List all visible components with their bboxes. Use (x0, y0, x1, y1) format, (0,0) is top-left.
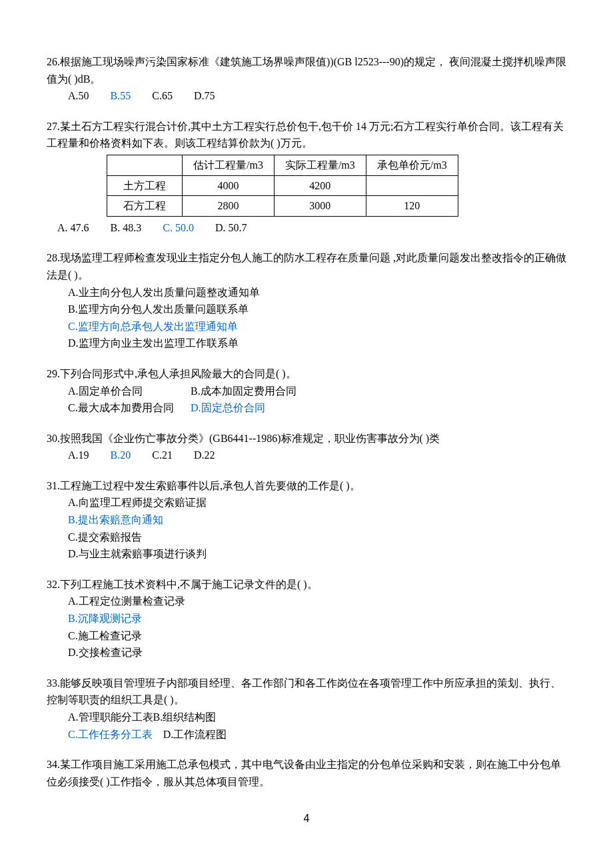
option-29-a: A.固定单价合同 (68, 383, 188, 400)
cell-earth-label: 土方工程 (107, 175, 183, 196)
option-27-d: D. 50.7 (215, 219, 247, 237)
option-29-c: C.最大成本加费用合同 (68, 399, 188, 417)
option-30-b: B.20 (111, 447, 131, 464)
question-26-stem: 26.根据施工现场噪声污染国家标准《建筑施工场界噪声限值))(GB l2523-… (47, 53, 566, 87)
question-34-stem: 34.某工作项目施工采用施工总承包模式，其中电气设备由业主指定的分包单位采购和安… (47, 756, 566, 790)
option-33-b: B.组织结构图 (153, 711, 217, 723)
question-28-stem: 28.现场监理工程师检查发现业主指定分包人施工的防水工程存在质量问题 ,对此质量… (47, 249, 566, 283)
question-27: 27.某土石方工程实行混合计价,其中土方工程实行总价包干,包干价 14 万元;石… (47, 118, 566, 237)
question-26-options: A.50 B.55 C.65 D.75 (47, 87, 566, 105)
option-33-a: A.管理职能分工表 (68, 711, 153, 723)
option-32-b: B.沉降观测记录 (68, 610, 566, 627)
question-27-options: A. 47.6 B. 48.3 C. 50.0 D. 50.7 (47, 219, 566, 237)
option-29-b: B.成本加固定费用合同 (191, 383, 297, 400)
option-27-b: B. 48.3 (111, 219, 142, 237)
option-31-b: B.提出索赔意向通知 (68, 511, 566, 529)
option-26-b: B.55 (111, 87, 131, 105)
option-26-d: D.75 (194, 87, 215, 105)
cell-rock-actual: 3000 (274, 196, 366, 217)
option-28-b: B.监理方向分包人发出质量问题联系单 (68, 301, 566, 318)
table-row: 石方工程 2800 3000 120 (107, 196, 458, 217)
option-31-a: A.向监理工程师提交索赔证据 (68, 494, 566, 511)
question-27-stem: 27.某土石方工程实行混合计价,其中土方工程实行总价包干,包干价 14 万元;石… (47, 118, 566, 152)
question-29: 29.下列合同形式中,承包人承担风险最大的合同是( )。 A.固定单价合同 B.… (47, 365, 566, 417)
question-31-stem: 31.工程施工过程中发生索赔事件以后,承包人首先要做的工作是( )。 (47, 477, 566, 495)
cell-rock-label: 石方工程 (107, 196, 183, 217)
option-27-a: A. 47.6 (57, 219, 89, 237)
option-32-c: C.施工检查记录 (68, 627, 566, 645)
option-27-c: C. 50.0 (163, 219, 194, 237)
th-blank (107, 155, 183, 175)
cell-earth-actual: 4200 (274, 175, 366, 196)
question-31-options: A.向监理工程师提交索赔证据 B.提出索赔意向通知 C.提交索赔报告 D.与业主… (47, 494, 566, 562)
option-31-d: D.与业主就索赔事项进行谈判 (68, 545, 566, 563)
question-33-options: A.管理职能分工表B.组织结构图 C.工作任务分工表 D.工作流程图 (47, 709, 566, 743)
question-30-stem: 30.按照我国《企业伤亡事故分类》(GB6441--1986)标准规定，职业伤害… (47, 430, 566, 447)
option-30-d: D.22 (194, 447, 215, 464)
option-28-a: A.业主向分包人发出质量问题整改通知单 (68, 284, 566, 301)
question-33: 33.能够反映项目管理班子内部项目经理、各工作部门和各工作岗位在各项管理工作中所… (47, 675, 566, 743)
question-28: 28.现场监理工程师检查发现业主指定分包人施工的防水工程存在质量问题 ,对此质量… (47, 249, 566, 352)
question-31: 31.工程施工过程中发生索赔事件以后,承包人首先要做的工作是( )。 A.向监理… (47, 477, 566, 563)
option-30-c: C.21 (152, 447, 173, 464)
question-28-options: A.业主向分包人发出质量问题整改通知单 B.监理方向分包人发出质量问题联系单 C… (47, 284, 566, 352)
option-26-a: A.50 (68, 87, 89, 105)
option-30-a: A.19 (68, 447, 89, 464)
option-33-d: D.工作流程图 (163, 729, 227, 740)
table-row: 土方工程 4000 4200 (107, 175, 458, 196)
question-34: 34.某工作项目施工采用施工总承包模式，其中电气设备由业主指定的分包单位采购和安… (47, 756, 566, 790)
question-30: 30.按照我国《企业伤亡事故分类》(GB6441--1986)标准规定，职业伤害… (47, 430, 566, 464)
th-unit-price: 承包单价元/m3 (366, 155, 458, 175)
question-29-stem: 29.下列合同形式中,承包人承担风险最大的合同是( )。 (47, 365, 566, 383)
question-33-stem: 33.能够反映项目管理班子内部项目经理、各工作部门和各工作岗位在各项管理工作中所… (47, 675, 566, 709)
th-estimate: 估计工程量/m3 (183, 155, 275, 175)
question-32: 32.下列工程施工技术资料中,不属于施工记录文件的是( )。 A.工程定位测量检… (47, 576, 566, 661)
question-30-options: A.19 B.20 C.21 D.22 (47, 447, 566, 464)
option-29-d: D.固定总价合同 (191, 399, 265, 417)
option-26-c: C.65 (152, 87, 173, 105)
option-32-d: D.交接检查记录 (68, 644, 566, 661)
cell-earth-price (366, 175, 458, 196)
option-28-d: D.监理方向业主发出监理工作联系单 (68, 335, 566, 352)
option-33-c: C.工作任务分工表 (68, 729, 153, 740)
question-32-options: A.工程定位测量检查记录 B.沉降观测记录 C.施工检查记录 D.交接检查记录 (47, 593, 566, 661)
page-number: 4 (47, 810, 566, 827)
cell-rock-estimate: 2800 (183, 196, 275, 217)
question-29-options: A.固定单价合同 B.成本加固定费用合同 C.最大成本加费用合同 D.固定总价合… (47, 383, 566, 417)
question-26: 26.根据施工现场噪声污染国家标准《建筑施工场界噪声限值))(GB l2523-… (47, 53, 566, 105)
option-32-a: A.工程定位测量检查记录 (68, 593, 566, 610)
option-31-c: C.提交索赔报告 (68, 529, 566, 546)
cell-rock-price: 120 (366, 196, 458, 217)
question-27-table: 估计工程量/m3 实际工程量/m3 承包单价元/m3 土方工程 4000 420… (107, 155, 458, 217)
cell-earth-estimate: 4000 (183, 175, 275, 196)
table-header-row: 估计工程量/m3 实际工程量/m3 承包单价元/m3 (107, 155, 458, 175)
question-32-stem: 32.下列工程施工技术资料中,不属于施工记录文件的是( )。 (47, 576, 566, 593)
th-actual: 实际工程量/m3 (274, 155, 366, 175)
option-28-c: C.监理方向总承包人发出监理通知单 (68, 318, 566, 335)
